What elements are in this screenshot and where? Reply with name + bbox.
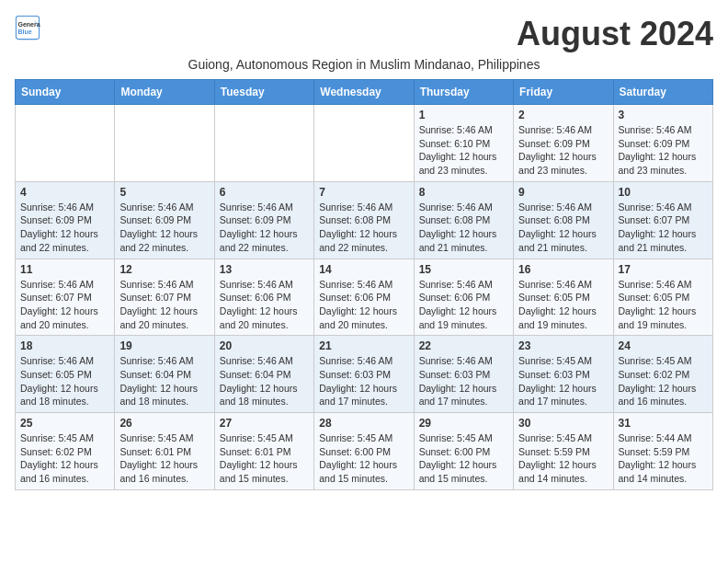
day-number: 20 (220, 339, 309, 352)
day-info: Sunrise: 5:45 AM Sunset: 6:02 PM Dayligh… (619, 354, 708, 408)
calendar-cell: 26Sunrise: 5:45 AM Sunset: 6:01 PM Dayli… (115, 413, 214, 490)
calendar-cell: 18Sunrise: 5:46 AM Sunset: 6:05 PM Dayli… (16, 336, 115, 413)
day-info: Sunrise: 5:46 AM Sunset: 6:09 PM Dayligh… (619, 123, 708, 178)
day-info: Sunrise: 5:46 AM Sunset: 6:09 PM Dayligh… (20, 201, 109, 255)
weekday-header-saturday: Saturday (613, 80, 712, 105)
day-number: 2 (518, 109, 608, 121)
weekday-header-thursday: Thursday (414, 80, 513, 105)
calendar-cell: 25Sunrise: 5:45 AM Sunset: 6:02 PM Dayli… (16, 413, 115, 490)
day-info: Sunrise: 5:46 AM Sunset: 6:08 PM Dayligh… (319, 201, 408, 255)
day-number: 7 (319, 186, 408, 199)
month-title: August 2024 (517, 15, 713, 53)
calendar-cell: 8Sunrise: 5:46 AM Sunset: 6:08 PM Daylig… (414, 181, 513, 259)
day-number: 19 (119, 339, 209, 352)
calendar-cell: 14Sunrise: 5:46 AM Sunset: 6:06 PM Dayli… (314, 259, 414, 336)
weekday-header-tuesday: Tuesday (214, 80, 313, 105)
day-info: Sunrise: 5:46 AM Sunset: 6:04 PM Dayligh… (220, 354, 309, 408)
day-info: Sunrise: 5:46 AM Sunset: 6:07 PM Dayligh… (119, 278, 209, 332)
calendar-cell: 15Sunrise: 5:46 AM Sunset: 6:06 PM Dayli… (414, 259, 513, 336)
day-info: Sunrise: 5:45 AM Sunset: 6:01 PM Dayligh… (119, 431, 209, 486)
day-number: 30 (518, 417, 608, 430)
calendar-cell: 7Sunrise: 5:46 AM Sunset: 6:08 PM Daylig… (314, 181, 414, 259)
day-info: Sunrise: 5:45 AM Sunset: 6:02 PM Dayligh… (20, 431, 109, 486)
day-number: 22 (419, 339, 508, 352)
day-info: Sunrise: 5:46 AM Sunset: 6:08 PM Dayligh… (518, 201, 608, 255)
day-info: Sunrise: 5:46 AM Sunset: 6:05 PM Dayligh… (518, 278, 608, 332)
weekday-header-sunday: Sunday (16, 80, 115, 105)
day-info: Sunrise: 5:46 AM Sunset: 6:03 PM Dayligh… (319, 354, 408, 408)
day-number: 24 (619, 339, 708, 352)
calendar-cell: 6Sunrise: 5:46 AM Sunset: 6:09 PM Daylig… (214, 181, 313, 259)
day-number: 17 (619, 263, 708, 276)
calendar-cell: 31Sunrise: 5:44 AM Sunset: 5:59 PM Dayli… (613, 413, 712, 490)
day-info: Sunrise: 5:46 AM Sunset: 6:09 PM Dayligh… (518, 123, 608, 178)
calendar-table: SundayMondayTuesdayWednesdayThursdayFrid… (15, 79, 713, 490)
day-number: 8 (419, 186, 508, 199)
day-info: Sunrise: 5:46 AM Sunset: 6:10 PM Dayligh… (419, 123, 508, 178)
day-info: Sunrise: 5:45 AM Sunset: 6:01 PM Dayligh… (220, 431, 309, 486)
day-number: 6 (220, 186, 309, 199)
day-info: Sunrise: 5:45 AM Sunset: 5:59 PM Dayligh… (518, 431, 608, 486)
weekday-header-wednesday: Wednesday (314, 80, 414, 105)
weekday-header-monday: Monday (115, 80, 214, 105)
svg-rect-0 (16, 16, 39, 39)
day-number: 28 (319, 417, 408, 430)
calendar-cell: 27Sunrise: 5:45 AM Sunset: 6:01 PM Dayli… (214, 413, 313, 490)
calendar-cell: 4Sunrise: 5:46 AM Sunset: 6:09 PM Daylig… (16, 181, 115, 259)
day-info: Sunrise: 5:45 AM Sunset: 6:00 PM Dayligh… (319, 431, 408, 486)
calendar-cell: 29Sunrise: 5:45 AM Sunset: 6:00 PM Dayli… (414, 413, 513, 490)
day-info: Sunrise: 5:46 AM Sunset: 6:09 PM Dayligh… (119, 201, 209, 255)
day-info: Sunrise: 5:46 AM Sunset: 6:09 PM Dayligh… (220, 201, 309, 255)
calendar-cell: 28Sunrise: 5:45 AM Sunset: 6:00 PM Dayli… (314, 413, 414, 490)
day-number: 14 (319, 263, 408, 276)
day-info: Sunrise: 5:46 AM Sunset: 6:07 PM Dayligh… (619, 201, 708, 255)
weekday-header-friday: Friday (514, 80, 613, 105)
calendar-cell: 1Sunrise: 5:46 AM Sunset: 6:10 PM Daylig… (414, 105, 513, 182)
calendar-cell: 24Sunrise: 5:45 AM Sunset: 6:02 PM Dayli… (613, 336, 712, 413)
day-number: 10 (619, 186, 708, 199)
day-info: Sunrise: 5:46 AM Sunset: 6:05 PM Dayligh… (20, 354, 109, 408)
calendar-cell (214, 105, 313, 182)
day-number: 29 (419, 417, 508, 430)
day-info: Sunrise: 5:46 AM Sunset: 6:06 PM Dayligh… (220, 278, 309, 332)
calendar-cell: 17Sunrise: 5:46 AM Sunset: 6:05 PM Dayli… (613, 259, 712, 336)
day-number: 15 (419, 263, 508, 276)
day-number: 5 (119, 186, 209, 199)
svg-text:Blue: Blue (18, 29, 32, 35)
calendar-cell: 11Sunrise: 5:46 AM Sunset: 6:07 PM Dayli… (16, 259, 115, 336)
day-number: 26 (119, 417, 209, 430)
day-info: Sunrise: 5:44 AM Sunset: 5:59 PM Dayligh… (619, 431, 708, 486)
day-number: 25 (20, 417, 109, 430)
calendar-cell: 12Sunrise: 5:46 AM Sunset: 6:07 PM Dayli… (115, 259, 214, 336)
calendar-cell: 23Sunrise: 5:45 AM Sunset: 6:03 PM Dayli… (514, 336, 613, 413)
calendar-cell: 9Sunrise: 5:46 AM Sunset: 6:08 PM Daylig… (514, 181, 613, 259)
day-number: 4 (20, 186, 109, 199)
calendar-cell: 3Sunrise: 5:46 AM Sunset: 6:09 PM Daylig… (613, 105, 712, 182)
logo: General Blue (15, 15, 40, 40)
day-info: Sunrise: 5:46 AM Sunset: 6:07 PM Dayligh… (20, 278, 109, 332)
calendar-cell: 13Sunrise: 5:46 AM Sunset: 6:06 PM Dayli… (214, 259, 313, 336)
calendar-cell: 10Sunrise: 5:46 AM Sunset: 6:07 PM Dayli… (613, 181, 712, 259)
day-number: 11 (20, 263, 109, 276)
day-number: 9 (518, 186, 608, 199)
day-number: 23 (518, 339, 608, 352)
day-number: 16 (518, 263, 608, 276)
day-number: 1 (419, 109, 508, 121)
day-info: Sunrise: 5:46 AM Sunset: 6:05 PM Dayligh… (619, 278, 708, 332)
day-info: Sunrise: 5:45 AM Sunset: 6:00 PM Dayligh… (419, 431, 508, 486)
day-number: 31 (619, 417, 708, 430)
calendar-cell: 21Sunrise: 5:46 AM Sunset: 6:03 PM Dayli… (314, 336, 414, 413)
day-info: Sunrise: 5:46 AM Sunset: 6:08 PM Dayligh… (419, 201, 508, 255)
day-info: Sunrise: 5:46 AM Sunset: 6:06 PM Dayligh… (419, 278, 508, 332)
calendar-cell (314, 105, 414, 182)
calendar-cell: 5Sunrise: 5:46 AM Sunset: 6:09 PM Daylig… (115, 181, 214, 259)
calendar-cell: 19Sunrise: 5:46 AM Sunset: 6:04 PM Dayli… (115, 336, 214, 413)
logo-icon: General Blue (15, 15, 40, 40)
day-number: 12 (119, 263, 209, 276)
calendar-cell: 20Sunrise: 5:46 AM Sunset: 6:04 PM Dayli… (214, 336, 313, 413)
calendar-cell (115, 105, 214, 182)
day-number: 27 (220, 417, 309, 430)
day-info: Sunrise: 5:46 AM Sunset: 6:03 PM Dayligh… (419, 354, 508, 408)
calendar-cell: 16Sunrise: 5:46 AM Sunset: 6:05 PM Dayli… (514, 259, 613, 336)
day-number: 21 (319, 339, 408, 352)
